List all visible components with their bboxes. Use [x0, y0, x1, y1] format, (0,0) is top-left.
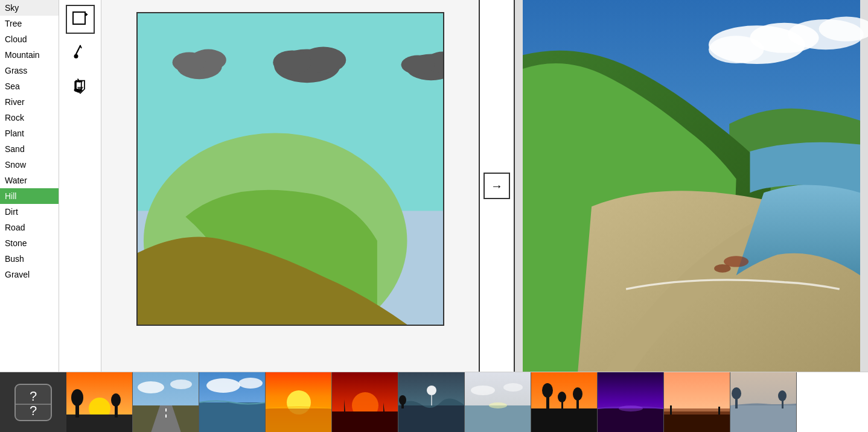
svg-point-46 — [238, 378, 263, 389]
svg-point-85 — [778, 390, 787, 401]
label-item-bush[interactable]: Bush — [0, 251, 59, 267]
reference-image — [515, 0, 868, 372]
svg-rect-79 — [718, 407, 720, 415]
svg-point-67 — [542, 383, 553, 398]
label-item-snow[interactable]: Snow — [0, 157, 59, 173]
drawing-canvas[interactable] — [136, 12, 444, 326]
svg-point-71 — [558, 392, 566, 402]
svg-point-55 — [427, 386, 436, 395]
thumbnail-3[interactable] — [199, 372, 266, 432]
label-item-grass[interactable]: Grass — [0, 63, 59, 78]
generate-button[interactable]: → — [483, 173, 510, 199]
svg-point-74 — [619, 405, 643, 411]
svg-rect-52 — [332, 411, 398, 432]
svg-point-4 — [74, 54, 78, 59]
svg-rect-54 — [398, 405, 465, 432]
svg-rect-81 — [730, 405, 797, 432]
label-item-water[interactable]: Water — [0, 173, 59, 188]
label-item-dirt[interactable]: Dirt — [0, 204, 59, 220]
svg-point-12 — [273, 51, 311, 75]
svg-rect-73 — [598, 408, 664, 432]
svg-point-22 — [709, 36, 764, 63]
svg-rect-44 — [199, 402, 266, 432]
svg-point-45 — [206, 378, 240, 393]
svg-point-37 — [111, 393, 121, 407]
svg-rect-77 — [664, 408, 730, 415]
svg-text:?: ? — [30, 389, 37, 404]
svg-point-69 — [573, 387, 582, 401]
svg-point-83 — [732, 387, 741, 399]
thumbnail-8[interactable] — [531, 372, 598, 432]
label-item-cloud[interactable]: Cloud — [0, 31, 59, 47]
thumbnail-4[interactable] — [266, 372, 332, 432]
label-sidebar: SkyTreeCloudMountainGrassSeaRiverRockPla… — [0, 0, 59, 372]
reference-image-area — [515, 0, 868, 372]
svg-point-42 — [170, 380, 192, 389]
main-area: SkyTreeCloudMountainGrassSeaRiverRockPla… — [0, 0, 868, 372]
svg-rect-76 — [664, 411, 730, 432]
brush-tool[interactable] — [66, 39, 95, 68]
svg-point-62 — [471, 386, 495, 395]
svg-point-35 — [71, 389, 83, 406]
svg-point-26 — [714, 264, 730, 273]
label-item-stone[interactable]: Stone — [0, 235, 59, 251]
svg-line-3 — [76, 46, 80, 54]
new-region-tool[interactable] — [66, 5, 95, 34]
thumbnail-2[interactable] — [133, 372, 199, 432]
svg-line-5 — [80, 46, 81, 48]
label-item-sky[interactable]: Sky — [0, 0, 59, 16]
thumbnail-6[interactable] — [398, 372, 465, 432]
svg-text:?: ? — [30, 403, 37, 418]
svg-rect-0 — [73, 12, 85, 24]
svg-point-61 — [489, 402, 507, 408]
svg-rect-49 — [266, 408, 332, 432]
svg-point-15 — [401, 55, 435, 74]
random-button[interactable]: ? ? — [0, 372, 66, 432]
label-item-hill[interactable]: Hill — [0, 188, 59, 204]
label-item-plant[interactable]: Plant — [0, 125, 59, 141]
svg-rect-60 — [465, 405, 531, 432]
thumbnail-10[interactable] — [664, 372, 730, 432]
thumbnail-7[interactable] — [465, 372, 531, 432]
svg-rect-78 — [670, 405, 672, 415]
svg-point-63 — [503, 383, 523, 392]
thumbnail-5[interactable] — [332, 372, 398, 432]
label-item-river[interactable]: River — [0, 94, 59, 110]
label-item-tree[interactable]: Tree — [0, 16, 59, 31]
svg-rect-65 — [531, 408, 598, 432]
tool-sidebar — [59, 0, 101, 372]
arrow-panel: → — [479, 0, 515, 372]
svg-point-41 — [138, 381, 164, 393]
svg-point-18 — [172, 52, 206, 73]
label-item-sea[interactable]: Sea — [0, 78, 59, 94]
canvas-area — [101, 0, 479, 372]
label-item-rock[interactable]: Rock — [0, 110, 59, 125]
label-item-gravel[interactable]: Gravel — [0, 267, 59, 282]
label-item-sand[interactable]: Sand — [0, 141, 59, 157]
label-item-mountain[interactable]: Mountain — [0, 47, 59, 63]
svg-point-58 — [399, 395, 406, 405]
fill-tool[interactable] — [66, 72, 95, 101]
thumbnail-11[interactable] — [730, 372, 797, 432]
arrow-icon: → — [491, 179, 503, 193]
thumbnail-9[interactable] — [598, 372, 664, 432]
bottom-strip: ? ? — [0, 372, 868, 432]
thumbnail-1[interactable] — [66, 372, 133, 432]
label-item-road[interactable]: Road — [0, 220, 59, 235]
